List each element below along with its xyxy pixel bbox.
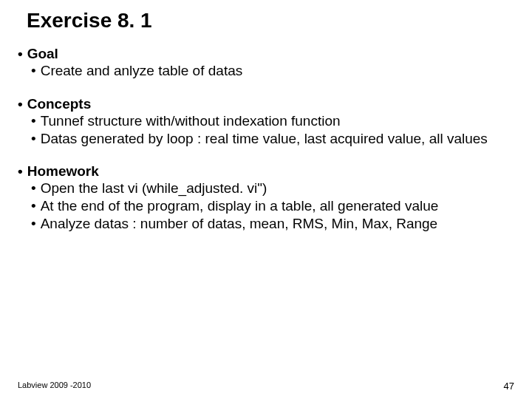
bullet-icon: • [31,180,36,197]
list-item-text: Analyze datas : number of datas, mean, R… [41,215,508,233]
list-item: • Tunnef structure with/without indexati… [18,112,508,130]
bullet-icon: • [31,62,36,80]
list-item-text: Create and anlyze table of datas [41,62,508,80]
section-header-text: Goal [27,46,508,62]
list-item: • At the end of the program, display in … [18,197,508,215]
section-concepts: • Concepts • Tunnef structure with/witho… [18,96,508,148]
section-goal: • Goal • Create and anlyze table of data… [18,46,508,80]
section-homework: • Homework • Open the last vi (while_adj… [18,163,508,232]
bullet-icon: • [31,112,36,130]
bullet-icon: • [31,130,36,148]
section-header: • Homework [18,163,508,180]
bullet-icon: • [31,215,36,233]
page-number: 47 [504,381,514,392]
list-item-text: Tunnef structure with/without indexation… [41,112,508,130]
list-item-text: At the end of the program, display in a … [41,197,508,215]
list-item: • Datas generated by loop : real time va… [18,130,508,148]
list-item: • Create and anlyze table of datas [18,62,508,80]
slide: Exercise 8. 1 • Goal • Create and anlyze… [0,0,532,399]
footer-left: Labview 2009 -2010 [18,381,91,392]
bullet-icon: • [18,163,23,180]
list-item: • Open the last vi (while_adjusted. vi") [18,180,508,197]
content-area: • Goal • Create and anlyze table of data… [0,46,532,233]
section-header: • Goal [18,46,508,62]
list-item-text: Datas generated by loop : real time valu… [41,130,508,148]
section-header-text: Homework [27,163,508,180]
bullet-icon: • [18,96,23,112]
footer: Labview 2009 -2010 47 [0,381,532,392]
section-header: • Concepts [18,96,508,112]
bullet-icon: • [18,46,23,62]
list-item-text: Open the last vi (while_adjusted. vi") [41,180,508,197]
section-header-text: Concepts [27,96,508,112]
page-title: Exercise 8. 1 [0,9,532,33]
list-item: • Analyze datas : number of datas, mean,… [18,215,508,233]
bullet-icon: • [31,197,36,215]
